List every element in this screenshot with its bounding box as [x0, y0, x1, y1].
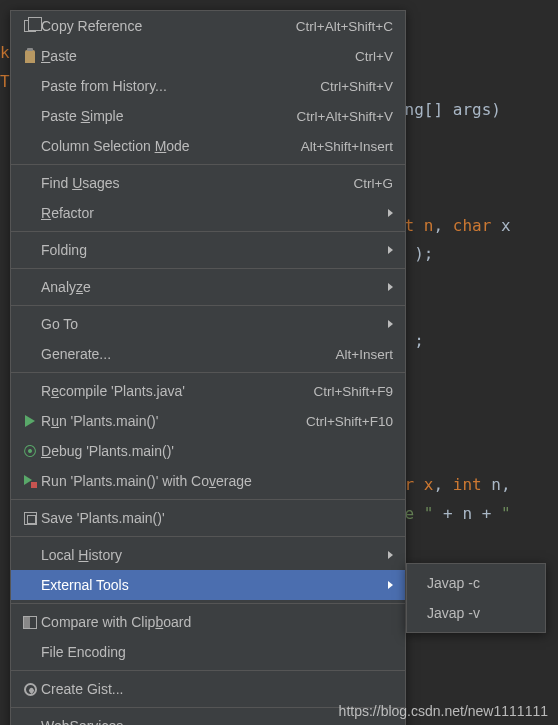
menu-item-folding[interactable]: Folding: [11, 235, 405, 265]
menu-item-generate[interactable]: Generate...Alt+Insert: [11, 339, 405, 369]
context-menu: Copy ReferenceCtrl+Alt+Shift+CPasteCtrl+…: [10, 10, 406, 725]
compare-icon: [19, 614, 41, 630]
menu-item-paste-simple[interactable]: Paste SimpleCtrl+Alt+Shift+V: [11, 101, 405, 131]
icon-spacer: [19, 577, 41, 593]
debug-icon: ⦿: [19, 443, 41, 459]
menu-item-label: Analyze: [41, 279, 91, 295]
menu-item-debug-plants-main[interactable]: ⦿Debug 'Plants.main()': [11, 436, 405, 466]
menu-shortcut: Alt+Shift+Insert: [301, 139, 393, 154]
menu-item-go-to[interactable]: Go To: [11, 309, 405, 339]
icon-spacer: [19, 383, 41, 399]
submenu-arrow-icon: [388, 320, 393, 328]
submenu-arrow-icon: [388, 209, 393, 217]
menu-item-label: Paste: [41, 48, 77, 64]
menu-item-label: Refactor: [41, 205, 94, 221]
menu-item-label: Recompile 'Plants.java': [41, 383, 185, 399]
menu-shortcut: Ctrl+Shift+V: [320, 79, 393, 94]
menu-item-refactor[interactable]: Refactor: [11, 198, 405, 228]
submenu-item-label: Javap -c: [427, 575, 480, 591]
menu-item-label: Compare with Clipboard: [41, 614, 191, 630]
menu-shortcut: Ctrl+Alt+Shift+V: [297, 109, 393, 124]
menu-item-label: Generate...: [41, 346, 111, 362]
menu-item-find-usages[interactable]: Find UsagesCtrl+G: [11, 168, 405, 198]
icon-spacer: [19, 175, 41, 191]
icon-spacer: [19, 205, 41, 221]
menu-separator: [11, 499, 405, 500]
icon-spacer: [19, 316, 41, 332]
menu-item-external-tools[interactable]: External Tools: [11, 570, 405, 600]
menu-separator: [11, 670, 405, 671]
menu-item-label: Paste Simple: [41, 108, 124, 124]
watermark: https://blog.csdn.net/new1111111: [339, 703, 548, 719]
submenu-arrow-icon: [388, 246, 393, 254]
menu-item-compare-with-clipboard[interactable]: Compare with Clipboard: [11, 607, 405, 637]
menu-item-analyze[interactable]: Analyze: [11, 272, 405, 302]
copy-icon: [19, 18, 41, 34]
menu-item-label: External Tools: [41, 577, 129, 593]
menu-item-label: Copy Reference: [41, 18, 142, 34]
menu-item-local-history[interactable]: Local History: [11, 540, 405, 570]
save-icon: [19, 510, 41, 526]
submenu-arrow-icon: [388, 551, 393, 559]
menu-item-label: Run 'Plants.main()' with Coverage: [41, 473, 252, 489]
menu-item-label: Paste from History...: [41, 78, 167, 94]
menu-item-save-plants-main[interactable]: Save 'Plants.main()': [11, 503, 405, 533]
icon-spacer: [19, 78, 41, 94]
menu-separator: [11, 305, 405, 306]
icon-spacer: [19, 547, 41, 563]
icon-spacer: [19, 138, 41, 154]
menu-separator: [11, 603, 405, 604]
icon-spacer: [19, 242, 41, 258]
menu-item-label: Create Gist...: [41, 681, 123, 697]
menu-separator: [11, 164, 405, 165]
menu-shortcut: Ctrl+Alt+Shift+C: [296, 19, 393, 34]
external-tools-submenu: Javap -cJavap -v: [406, 563, 546, 633]
menu-item-label: Find Usages: [41, 175, 120, 191]
run-icon: [19, 413, 41, 429]
menu-item-label: File Encoding: [41, 644, 126, 660]
icon-spacer: [19, 346, 41, 362]
menu-shortcut: Ctrl+V: [355, 49, 393, 64]
menu-separator: [11, 268, 405, 269]
icon-spacer: [19, 644, 41, 660]
menu-shortcut: Ctrl+Shift+F9: [313, 384, 393, 399]
submenu-item-label: Javap -v: [427, 605, 480, 621]
menu-item-create-gist[interactable]: Create Gist...: [11, 674, 405, 704]
menu-separator: [11, 231, 405, 232]
menu-item-run-plants-main[interactable]: Run 'Plants.main()'Ctrl+Shift+F10: [11, 406, 405, 436]
menu-item-recompile-plants-java[interactable]: Recompile 'Plants.java'Ctrl+Shift+F9: [11, 376, 405, 406]
submenu-arrow-icon: [388, 581, 393, 589]
menu-separator: [11, 536, 405, 537]
menu-item-label: Go To: [41, 316, 78, 332]
menu-item-label: Folding: [41, 242, 87, 258]
menu-separator: [11, 372, 405, 373]
menu-item-label: Save 'Plants.main()': [41, 510, 165, 526]
gist-icon: [19, 681, 41, 697]
menu-item-column-selection-mode[interactable]: Column Selection ModeAlt+Shift+Insert: [11, 131, 405, 161]
icon-spacer: [19, 279, 41, 295]
menu-item-label: WebServices: [41, 718, 123, 725]
menu-shortcut: Ctrl+G: [354, 176, 393, 191]
icon-spacer: [19, 718, 41, 725]
menu-shortcut: Ctrl+Shift+F10: [306, 414, 393, 429]
submenu-item-javap-c[interactable]: Javap -c: [407, 568, 545, 598]
menu-item-paste-from-history[interactable]: Paste from History...Ctrl+Shift+V: [11, 71, 405, 101]
menu-item-label: Local History: [41, 547, 122, 563]
menu-item-run-plants-main-with-coverage[interactable]: Run 'Plants.main()' with Coverage: [11, 466, 405, 496]
submenu-arrow-icon: [388, 283, 393, 291]
menu-item-copy-reference[interactable]: Copy ReferenceCtrl+Alt+Shift+C: [11, 11, 405, 41]
menu-shortcut: Alt+Insert: [336, 347, 393, 362]
menu-item-label: Column Selection Mode: [41, 138, 190, 154]
submenu-item-javap-v[interactable]: Javap -v: [407, 598, 545, 628]
menu-item-label: Run 'Plants.main()': [41, 413, 158, 429]
cov-icon: [19, 473, 41, 489]
menu-item-paste[interactable]: PasteCtrl+V: [11, 41, 405, 71]
menu-item-label: Debug 'Plants.main()': [41, 443, 174, 459]
paste-icon: [19, 48, 41, 64]
menu-item-file-encoding[interactable]: File Encoding: [11, 637, 405, 667]
icon-spacer: [19, 108, 41, 124]
